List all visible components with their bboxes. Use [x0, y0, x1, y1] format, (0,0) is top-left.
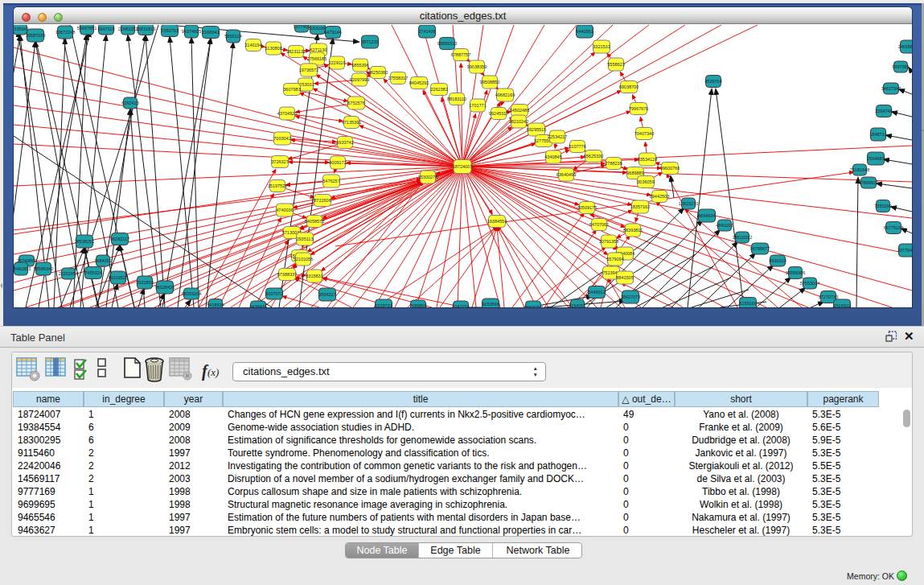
svg-text:7455324: 7455324 [84, 270, 101, 275]
svg-text:68800797: 68800797 [524, 305, 543, 307]
svg-text:6855396: 6855396 [351, 63, 368, 68]
svg-text:3564217: 3564217 [318, 292, 335, 297]
svg-text:19736572: 19736572 [299, 68, 318, 72]
svg-text:9689889: 9689889 [626, 171, 643, 175]
svg-text:70407340: 70407340 [634, 131, 654, 136]
svg-text:27558317: 27558317 [388, 76, 408, 80]
svg-text:83534128: 83534128 [638, 157, 657, 162]
svg-text:3036059: 3036059 [637, 179, 654, 184]
svg-text:7550190: 7550190 [874, 204, 891, 208]
svg-text:95899313: 95899313 [437, 41, 457, 46]
svg-text:5855124: 5855124 [224, 34, 241, 39]
svg-text:7089806: 7089806 [409, 303, 426, 307]
svg-text:22534217: 22534217 [548, 134, 567, 139]
svg-text:2788238: 2788238 [605, 161, 622, 166]
svg-text:6752576: 6752576 [347, 101, 364, 105]
svg-text:99788677: 99788677 [750, 246, 770, 251]
svg-text:35556386: 35556386 [786, 270, 805, 275]
svg-text:3684052: 3684052 [94, 258, 111, 263]
svg-text:96028436: 96028436 [155, 285, 175, 290]
svg-text:52101056: 52101056 [294, 257, 313, 262]
svg-text:22201654: 22201654 [59, 271, 78, 276]
svg-text:6229731: 6229731 [375, 303, 392, 307]
svg-text:75181648: 75181648 [850, 167, 869, 172]
svg-text:2935113: 2935113 [296, 237, 313, 241]
svg-text:2166941: 2166941 [202, 30, 219, 35]
svg-text:7350753: 7350753 [161, 28, 178, 33]
svg-text:34627347: 34627347 [881, 86, 901, 91]
svg-text:4694634: 4694634 [698, 213, 715, 218]
svg-text:5130808: 5130808 [265, 46, 281, 51]
svg-text:39587039: 39587039 [26, 33, 45, 38]
svg-text:92097999: 92097999 [350, 77, 369, 82]
svg-text:5418934: 5418934 [207, 303, 224, 307]
svg-text:17270733: 17270733 [819, 295, 838, 299]
svg-text:6438436: 6438436 [249, 304, 266, 307]
svg-text:57553014: 57553014 [800, 281, 819, 286]
svg-text:55667651: 55667651 [77, 26, 97, 31]
svg-text:58586340: 58586340 [34, 266, 53, 271]
svg-text:8315831: 8315831 [306, 274, 322, 278]
svg-text:2564689: 2564689 [867, 156, 884, 161]
svg-text:65625330: 65625330 [584, 154, 603, 159]
svg-text:2262382: 2262382 [430, 87, 447, 92]
svg-text:38427073: 38427073 [621, 295, 640, 299]
svg-text:64707061: 64707061 [589, 222, 609, 227]
svg-text:2229110: 2229110 [328, 60, 345, 65]
svg-text:47135391: 47135391 [342, 120, 361, 125]
svg-text:87388337: 87388337 [277, 272, 297, 277]
svg-text:1701771: 1701771 [469, 103, 486, 108]
svg-text:19510312: 19510312 [733, 235, 752, 240]
svg-text:88393811: 88393811 [623, 228, 643, 233]
svg-text:2921859: 2921859 [136, 280, 153, 285]
svg-text:38538251: 38538251 [75, 239, 94, 244]
svg-text:4009172: 4009172 [329, 160, 346, 165]
svg-text:4335942: 4335942 [14, 27, 29, 31]
svg-text:88183110: 88183110 [447, 97, 466, 101]
svg-text:8930103: 8930103 [769, 258, 786, 263]
svg-text:98231132: 98231132 [286, 49, 306, 54]
svg-text:4340845: 4340845 [544, 154, 561, 159]
svg-text:2016911: 2016911 [833, 303, 850, 307]
svg-text:3607983: 3607983 [283, 87, 300, 92]
svg-text:5159166: 5159166 [739, 301, 756, 306]
svg-text:6007072: 6007072 [265, 291, 282, 296]
svg-text:54058573: 54058573 [305, 219, 324, 224]
svg-text:19384554: 19384554 [487, 219, 507, 224]
svg-text:15300275: 15300275 [418, 175, 437, 179]
svg-text:99245317: 99245317 [489, 111, 508, 116]
svg-text:30776478: 30776478 [897, 248, 912, 253]
svg-text:17869910: 17869910 [859, 180, 878, 185]
svg-text:79967676: 79967676 [629, 106, 648, 111]
svg-text:3741438: 3741438 [418, 29, 435, 34]
svg-text:5107776: 5107776 [569, 144, 585, 149]
svg-text:2140194: 2140194 [244, 43, 261, 47]
svg-text:5041154: 5041154 [452, 304, 469, 307]
svg-text:69295515: 69295515 [527, 127, 546, 132]
svg-text:38210242: 38210242 [509, 119, 528, 124]
svg-text:4740036: 4740036 [276, 208, 293, 212]
svg-text:8722606: 8722606 [314, 198, 331, 203]
svg-text:1848731: 1848731 [869, 132, 886, 137]
svg-text:48250360: 48250360 [368, 70, 388, 75]
svg-text:99508850: 99508850 [480, 80, 499, 84]
svg-text:68353204: 68353204 [182, 291, 201, 296]
svg-text:10872248: 10872248 [55, 30, 75, 35]
svg-text:5479144: 5479144 [324, 30, 341, 35]
svg-text:99038359: 99038359 [467, 64, 487, 69]
svg-text:3321531: 3321531 [593, 44, 610, 49]
svg-text:15831819: 15831819 [136, 27, 155, 31]
svg-text:88461803: 88461803 [14, 266, 31, 271]
svg-text:7003042: 7003042 [273, 136, 290, 141]
svg-text:84045292: 84045292 [409, 80, 429, 85]
svg-text:96282117: 96282117 [110, 237, 129, 241]
svg-text:64502486: 64502486 [510, 108, 529, 113]
svg-text:15197528: 15197528 [268, 183, 287, 188]
svg-text:66775103: 66775103 [884, 225, 903, 230]
svg-text:6933742: 6933742 [336, 140, 353, 145]
svg-text:3871230: 3871230 [361, 39, 378, 44]
svg-text:63640499: 63640499 [556, 172, 576, 177]
svg-text:24665841: 24665841 [898, 44, 912, 49]
svg-text:(x): (x) [207, 366, 219, 378]
svg-text:94374605: 94374605 [182, 29, 201, 34]
